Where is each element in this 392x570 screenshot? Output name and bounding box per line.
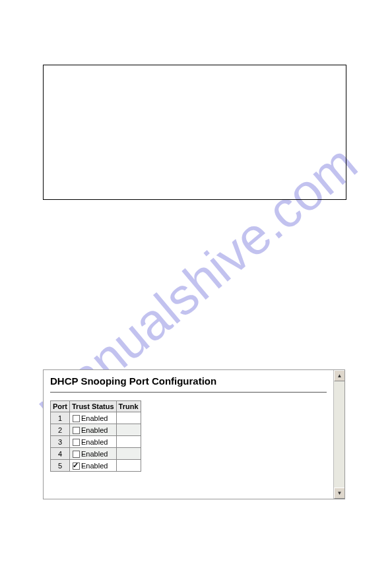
port-cell: 1 bbox=[51, 412, 70, 424]
trunk-cell bbox=[116, 460, 141, 472]
table-row: 2Enabled bbox=[51, 424, 141, 436]
port-cell: 2 bbox=[51, 424, 70, 436]
trust-cell: Enabled bbox=[70, 448, 117, 460]
scrollbar[interactable]: ▲ ▼ bbox=[333, 370, 344, 499]
col-trust: Trust Status bbox=[70, 401, 117, 412]
divider bbox=[50, 392, 327, 393]
trust-checkbox[interactable] bbox=[73, 451, 80, 458]
enabled-label: Enabled bbox=[81, 414, 108, 422]
trunk-cell bbox=[116, 424, 141, 436]
trust-checkbox[interactable] bbox=[73, 462, 80, 470]
trunk-cell bbox=[116, 412, 141, 424]
enabled-label: Enabled bbox=[81, 462, 108, 470]
table-row: 3Enabled bbox=[51, 436, 141, 448]
port-cell: 5 bbox=[51, 460, 70, 472]
trust-checkbox[interactable] bbox=[73, 415, 80, 422]
panel-title: DHCP Snooping Port Configuration bbox=[50, 375, 327, 387]
table-row: 1Enabled bbox=[51, 412, 141, 424]
enabled-label: Enabled bbox=[81, 450, 108, 458]
table-row: 5Enabled bbox=[51, 460, 141, 472]
empty-box bbox=[43, 65, 346, 200]
port-cell: 4 bbox=[51, 448, 70, 460]
col-port: Port bbox=[51, 401, 70, 412]
trunk-cell bbox=[116, 436, 141, 448]
enabled-label: Enabled bbox=[81, 426, 108, 434]
trust-checkbox[interactable] bbox=[73, 427, 80, 434]
enabled-label: Enabled bbox=[81, 438, 108, 446]
trust-checkbox[interactable] bbox=[73, 439, 80, 446]
trust-cell: Enabled bbox=[70, 424, 117, 436]
trust-cell: Enabled bbox=[70, 412, 117, 424]
port-config-panel: DHCP Snooping Port Configuration Port Tr… bbox=[43, 369, 345, 499]
port-config-table: Port Trust Status Trunk 1Enabled2Enabled… bbox=[50, 400, 141, 472]
table-header-row: Port Trust Status Trunk bbox=[51, 401, 141, 412]
col-trunk: Trunk bbox=[116, 401, 141, 412]
trust-cell: Enabled bbox=[70, 436, 117, 448]
trust-cell: Enabled bbox=[70, 460, 117, 472]
table-row: 4Enabled bbox=[51, 448, 141, 460]
scroll-down-button[interactable]: ▼ bbox=[334, 488, 345, 499]
trunk-cell bbox=[116, 448, 141, 460]
port-cell: 3 bbox=[51, 436, 70, 448]
scroll-up-button[interactable]: ▲ bbox=[334, 370, 345, 381]
